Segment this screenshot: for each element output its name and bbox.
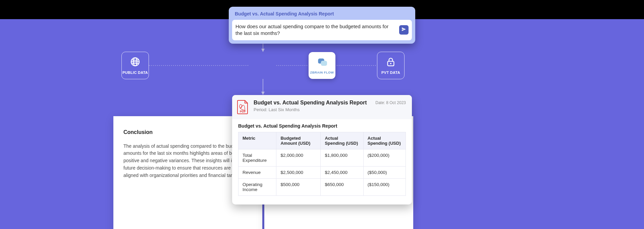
cell-metric: Operating Income: [238, 179, 276, 196]
table-head-row: Metric Budgeted Amount (USD) Actual Spen…: [238, 132, 406, 149]
cell-budget: $2,000,000: [276, 149, 321, 167]
cell-metric: Revenue: [238, 167, 276, 179]
cell-actual: $1,800,000: [321, 149, 363, 167]
svg-text:PDF: PDF: [240, 110, 246, 113]
zbrain-logo-icon: [315, 57, 329, 69]
svg-rect-12: [321, 61, 327, 66]
col-budget: Budgeted Amount (USD): [276, 132, 321, 149]
globe-icon: [130, 56, 141, 68]
send-icon: [401, 27, 407, 33]
lock-icon: [385, 56, 396, 68]
col-variance: Actual Spending (USD): [363, 132, 406, 149]
finance-table: Metric Budgeted Amount (USD) Actual Spen…: [238, 132, 406, 196]
cell-variance: ($200,000): [363, 149, 406, 167]
col-actual: Actual Spending (USD): [321, 132, 363, 149]
query-card: Budget vs. Actual Spending Analysis Repo…: [229, 7, 415, 44]
cell-metric: Total Expenditure: [238, 149, 276, 167]
report-body: Budget vs. Actual Spending Analysis Repo…: [232, 119, 412, 204]
report-title: Budget vs. Actual Spending Analysis Repo…: [254, 100, 371, 106]
public-data-label: PUBLIC DATA: [122, 71, 148, 75]
query-card-title: Budget vs. Actual Spending Analysis Repo…: [232, 10, 412, 20]
report-header: PDF Budget vs. Actual Spending Analysis …: [232, 95, 412, 119]
col-metric: Metric: [238, 132, 276, 149]
pdf-icon: PDF: [237, 100, 249, 114]
cell-budget: $500,000: [276, 179, 321, 196]
report-date: Date: 8 Oct 2023: [375, 100, 406, 105]
cell-actual: $2,450,000: [321, 167, 363, 179]
report-subtitle: Budget vs. Actual Spending Analysis Repo…: [238, 123, 406, 129]
svg-point-10: [390, 63, 391, 64]
cell-variance: ($50,000): [363, 167, 406, 179]
table-row: Revenue $2,500,000 $2,450,000 ($50,000): [238, 167, 406, 179]
cell-budget: $2,500,000: [276, 167, 321, 179]
zbrain-flow-label: ZBRAIN FLOW: [310, 71, 334, 74]
table-row: Operating Income $500,000 $650,000 ($150…: [238, 179, 406, 196]
query-input[interactable]: How does our actual spending compare to …: [235, 23, 396, 37]
report-period: Period: Last Six Months: [254, 107, 371, 112]
query-input-row: How does our actual spending compare to …: [232, 20, 412, 40]
private-data-node: PVT DATA: [377, 52, 405, 79]
private-data-label: PVT DATA: [381, 71, 400, 75]
zbrain-flow-node: ZBRAIN FLOW: [309, 52, 335, 79]
cell-variance: ($150,000): [363, 179, 406, 196]
send-button[interactable]: [399, 25, 409, 35]
report-card: PDF Budget vs. Actual Spending Analysis …: [232, 95, 412, 204]
public-data-node: PUBLIC DATA: [121, 52, 149, 79]
table-row: Total Expenditure $2,000,000 $1,800,000 …: [238, 149, 406, 167]
cell-actual: $650,000: [321, 179, 363, 196]
